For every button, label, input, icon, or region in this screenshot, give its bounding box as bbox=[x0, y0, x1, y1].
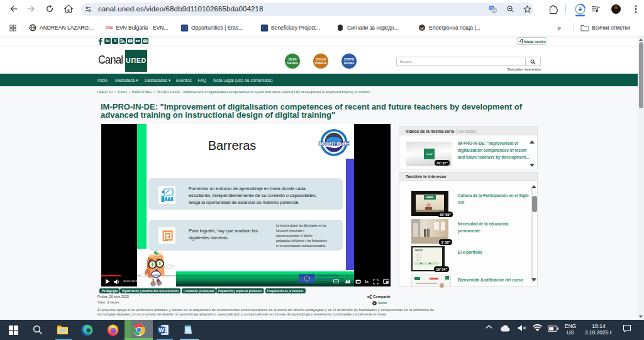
svg-text:W: W bbox=[158, 327, 164, 333]
svg-text:cc: cc bbox=[335, 280, 338, 283]
svg-text:uned: uned bbox=[153, 273, 159, 276]
svg-text:文: 文 bbox=[492, 8, 496, 12]
svg-text:IM-PRO-IN-DE: IM-PRO-IN-DE bbox=[319, 140, 350, 147]
